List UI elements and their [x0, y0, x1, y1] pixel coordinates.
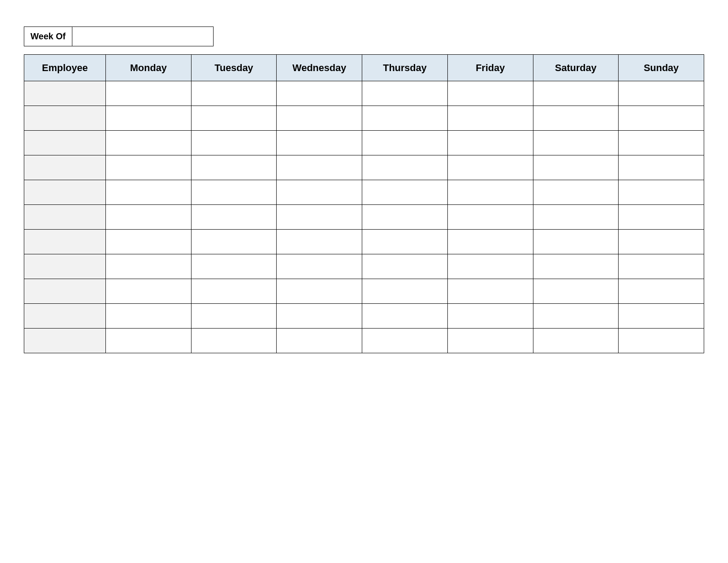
day-cell[interactable]	[106, 81, 191, 106]
day-cell[interactable]	[619, 81, 704, 106]
day-cell[interactable]	[619, 106, 704, 131]
day-cell[interactable]	[533, 304, 619, 329]
day-cell[interactable]	[362, 131, 448, 155]
day-cell[interactable]	[362, 81, 448, 106]
employee-cell[interactable]	[24, 329, 106, 353]
day-cell[interactable]	[362, 155, 448, 180]
employee-cell[interactable]	[24, 131, 106, 155]
day-cell[interactable]	[106, 230, 191, 254]
day-cell[interactable]	[106, 279, 191, 304]
day-cell[interactable]	[106, 304, 191, 329]
day-cell[interactable]	[362, 254, 448, 279]
day-cell[interactable]	[533, 155, 619, 180]
day-cell[interactable]	[277, 254, 362, 279]
day-cell[interactable]	[447, 106, 533, 131]
day-cell[interactable]	[191, 254, 277, 279]
day-cell[interactable]	[447, 230, 533, 254]
day-cell[interactable]	[106, 131, 191, 155]
employee-cell[interactable]	[24, 254, 106, 279]
day-cell[interactable]	[191, 205, 277, 230]
day-cell[interactable]	[191, 230, 277, 254]
week-of-label: Week Of	[24, 26, 72, 46]
day-cell[interactable]	[447, 131, 533, 155]
day-cell[interactable]	[447, 329, 533, 353]
day-cell[interactable]	[447, 81, 533, 106]
table-body	[24, 81, 704, 353]
header-tuesday: Tuesday	[191, 55, 277, 81]
day-cell[interactable]	[191, 155, 277, 180]
day-cell[interactable]	[277, 304, 362, 329]
day-cell[interactable]	[533, 131, 619, 155]
employee-cell[interactable]	[24, 106, 106, 131]
day-cell[interactable]	[533, 106, 619, 131]
day-cell[interactable]	[191, 81, 277, 106]
day-cell[interactable]	[619, 254, 704, 279]
day-cell[interactable]	[277, 155, 362, 180]
employee-cell[interactable]	[24, 205, 106, 230]
day-cell[interactable]	[362, 230, 448, 254]
employee-cell[interactable]	[24, 81, 106, 106]
day-cell[interactable]	[447, 155, 533, 180]
day-cell[interactable]	[106, 205, 191, 230]
day-cell[interactable]	[277, 106, 362, 131]
day-cell[interactable]	[533, 81, 619, 106]
day-cell[interactable]	[362, 205, 448, 230]
day-cell[interactable]	[362, 329, 448, 353]
day-cell[interactable]	[447, 279, 533, 304]
day-cell[interactable]	[362, 180, 448, 205]
day-cell[interactable]	[191, 279, 277, 304]
day-cell[interactable]	[362, 279, 448, 304]
day-cell[interactable]	[106, 106, 191, 131]
table-row	[24, 230, 704, 254]
employee-cell[interactable]	[24, 155, 106, 180]
table-row	[24, 81, 704, 106]
day-cell[interactable]	[447, 254, 533, 279]
table-row	[24, 304, 704, 329]
day-cell[interactable]	[277, 329, 362, 353]
day-cell[interactable]	[533, 329, 619, 353]
day-cell[interactable]	[277, 180, 362, 205]
day-cell[interactable]	[619, 279, 704, 304]
day-cell[interactable]	[619, 155, 704, 180]
day-cell[interactable]	[362, 106, 448, 131]
day-cell[interactable]	[533, 180, 619, 205]
day-cell[interactable]	[191, 304, 277, 329]
table-row	[24, 131, 704, 155]
header-saturday: Saturday	[533, 55, 619, 81]
day-cell[interactable]	[533, 279, 619, 304]
table-row	[24, 205, 704, 230]
day-cell[interactable]	[191, 106, 277, 131]
day-cell[interactable]	[277, 131, 362, 155]
day-cell[interactable]	[362, 304, 448, 329]
day-cell[interactable]	[191, 180, 277, 205]
employee-cell[interactable]	[24, 230, 106, 254]
day-cell[interactable]	[619, 304, 704, 329]
day-cell[interactable]	[277, 205, 362, 230]
day-cell[interactable]	[447, 180, 533, 205]
day-cell[interactable]	[619, 329, 704, 353]
day-cell[interactable]	[533, 230, 619, 254]
day-cell[interactable]	[277, 279, 362, 304]
day-cell[interactable]	[277, 230, 362, 254]
day-cell[interactable]	[619, 180, 704, 205]
day-cell[interactable]	[106, 254, 191, 279]
day-cell[interactable]	[533, 254, 619, 279]
day-cell[interactable]	[447, 304, 533, 329]
day-cell[interactable]	[447, 205, 533, 230]
day-cell[interactable]	[533, 205, 619, 230]
day-cell[interactable]	[106, 155, 191, 180]
day-cell[interactable]	[191, 329, 277, 353]
table-row	[24, 155, 704, 180]
employee-cell[interactable]	[24, 304, 106, 329]
day-cell[interactable]	[106, 329, 191, 353]
table-row	[24, 180, 704, 205]
week-of-input[interactable]	[72, 26, 214, 46]
day-cell[interactable]	[619, 230, 704, 254]
day-cell[interactable]	[619, 131, 704, 155]
day-cell[interactable]	[277, 81, 362, 106]
day-cell[interactable]	[619, 205, 704, 230]
employee-cell[interactable]	[24, 279, 106, 304]
employee-cell[interactable]	[24, 180, 106, 205]
day-cell[interactable]	[191, 131, 277, 155]
day-cell[interactable]	[106, 180, 191, 205]
